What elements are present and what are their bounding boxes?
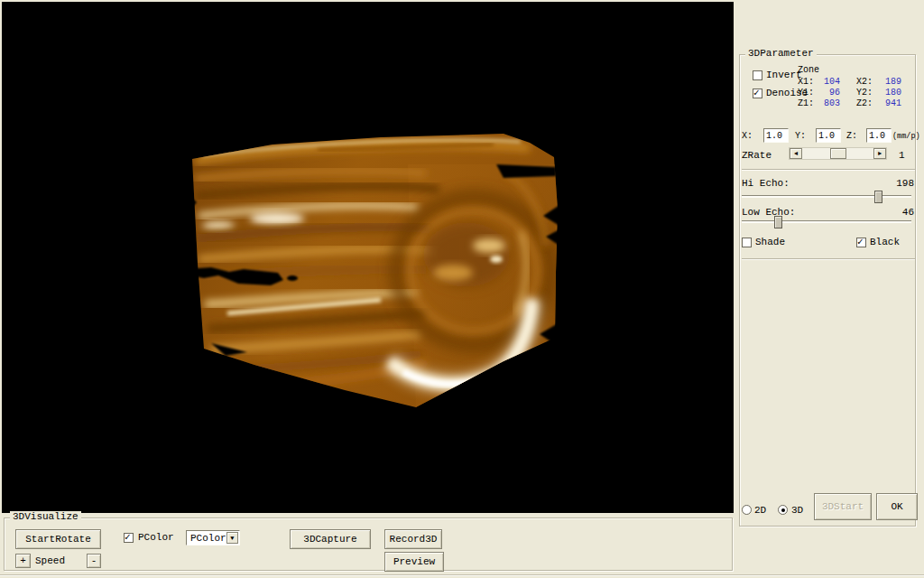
low-echo-slider[interactable]: [742, 220, 911, 223]
record3d-button[interactable]: Record3D: [384, 529, 442, 549]
low-echo-value: 46: [884, 207, 914, 218]
black-checkbox[interactable]: [856, 238, 866, 247]
scale-z-input[interactable]: [866, 128, 892, 143]
scale-x-label: X:: [742, 131, 753, 142]
speed-minus-button[interactable]: -: [87, 554, 101, 568]
window-bottom-edge: [0, 574, 924, 576]
zone-x2-value: 189: [877, 77, 901, 87]
zrate-scrollbar[interactable]: ◄ ►: [789, 147, 887, 160]
scale-unit-label: (mm/p): [892, 131, 920, 142]
hi-echo-value: 198: [884, 178, 914, 189]
scale-z-label: Z:: [846, 131, 857, 142]
zone-x2-label: X2:: [856, 77, 873, 88]
3dstart-button[interactable]: 3DStart: [814, 493, 872, 520]
mode-2d-label: 2D: [754, 505, 766, 516]
zrate-thumb[interactable]: [830, 148, 846, 159]
zrate-label: ZRate: [742, 150, 772, 161]
start-rotate-button[interactable]: StartRotate: [15, 529, 101, 549]
separator: [742, 258, 915, 260]
groupbox-title: 3DParameter: [745, 48, 817, 59]
groupbox-title: 3DVisualize: [10, 511, 81, 522]
mode-3d-label: 3D: [791, 505, 803, 516]
shade-label: Shade: [755, 237, 785, 247]
separator: [742, 169, 915, 171]
ultrasound-volume-render: [2, 2, 734, 513]
3dcapture-button[interactable]: 3DCapture: [290, 529, 371, 549]
3dvisualize-groupbox: 3DVisualize StartRotate + Speed - PColor…: [4, 517, 733, 571]
preview-button[interactable]: Preview: [384, 552, 444, 572]
invert-label: Invert: [766, 70, 802, 80]
parameter-panel: 3DParameter Invert Denoise Zone X1: 104 …: [734, 0, 924, 578]
zone-y2-value: 180: [877, 88, 901, 98]
invert-checkbox[interactable]: [753, 70, 762, 80]
scale-y-input[interactable]: [816, 128, 841, 143]
zone-z1-label: Z1:: [798, 98, 814, 109]
3d-viewport[interactable]: [2, 2, 734, 513]
zone-y2-label: Y2:: [856, 88, 873, 98]
low-echo-slider-thumb[interactable]: [774, 216, 782, 228]
shade-checkbox[interactable]: [742, 238, 752, 247]
hi-echo-slider-thumb[interactable]: [874, 191, 882, 203]
scale-y-label: Y:: [795, 131, 806, 142]
zrate-left-arrow-icon[interactable]: ◄: [790, 148, 802, 159]
pcolor-label: PColor: [138, 532, 174, 543]
zone-y1-label: Y1:: [798, 88, 814, 98]
pcolor-checkbox[interactable]: [124, 533, 134, 543]
zrate-value: 1: [899, 150, 905, 161]
mode-3d-radio[interactable]: [778, 505, 788, 515]
denoise-checkbox[interactable]: [753, 89, 762, 98]
low-echo-label: Low Echo:: [742, 207, 795, 218]
3dparameter-groupbox: 3DParameter Invert Denoise Zone X1: 104 …: [739, 54, 916, 527]
speed-label: Speed: [35, 555, 65, 566]
zone-z2-value: 941: [877, 98, 901, 108]
visualize-panel: 3DVisualize StartRotate + Speed - PColor…: [0, 513, 734, 578]
hi-echo-label: Hi Echo:: [742, 178, 790, 189]
zone-z2-label: Z2:: [856, 98, 873, 109]
hi-echo-slider[interactable]: [742, 195, 911, 198]
pcolor-dropdown[interactable]: PColor ▼: [186, 530, 240, 545]
zone-title: Zone: [798, 65, 819, 76]
ok-button[interactable]: OK: [876, 493, 918, 520]
zrate-right-arrow-icon[interactable]: ►: [873, 148, 886, 159]
black-label: Black: [870, 237, 900, 247]
zone-z1-value: 803: [817, 98, 840, 108]
mode-2d-radio[interactable]: [742, 505, 752, 515]
scale-x-input[interactable]: [763, 128, 789, 143]
zone-x1-label: X1:: [798, 77, 814, 88]
zone-x1-value: 104: [817, 77, 840, 87]
speed-plus-button[interactable]: +: [15, 554, 31, 568]
pcolor-dropdown-value: PColor: [187, 533, 226, 544]
dropdown-arrow-icon[interactable]: ▼: [226, 532, 238, 544]
zone-y1-value: 96: [817, 88, 840, 98]
